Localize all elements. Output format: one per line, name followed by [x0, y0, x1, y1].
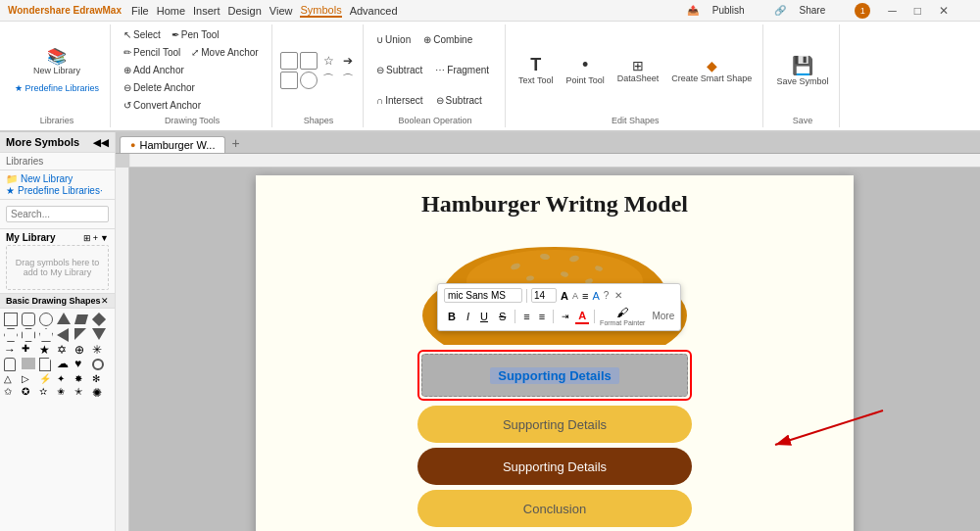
- shape-t5[interactable]: ✸: [74, 373, 90, 384]
- menu-symbols[interactable]: Symbols: [300, 4, 341, 18]
- menu-home[interactable]: Home: [157, 5, 185, 17]
- shape-t1[interactable]: △: [4, 373, 20, 384]
- shape-diamond[interactable]: [92, 313, 106, 326]
- shape-star[interactable]: ☆: [319, 52, 337, 70]
- shape-tri[interactable]: [57, 313, 71, 324]
- minimize-btn[interactable]: ─: [888, 4, 897, 18]
- more-options-btn[interactable]: More: [652, 311, 674, 321]
- shape-s6[interactable]: ✺: [92, 386, 108, 400]
- close-btn[interactable]: ✕: [939, 4, 949, 18]
- user-avatar[interactable]: 1: [855, 3, 870, 19]
- indent-btn[interactable]: ⇥: [559, 311, 572, 322]
- select-btn[interactable]: ↖Select: [119, 26, 166, 43]
- text-align-icon[interactable]: ≡: [582, 290, 588, 302]
- search-input[interactable]: [6, 206, 109, 222]
- shape-s4[interactable]: ✬: [57, 386, 73, 400]
- shape-para[interactable]: [74, 314, 88, 324]
- shape-rect3[interactable]: [280, 72, 298, 89]
- my-library-add-btn[interactable]: +: [93, 233, 98, 243]
- canvas-tab-hamburger[interactable]: ● Hamburger W...: [120, 136, 225, 153]
- union-btn[interactable]: ∪Union: [371, 31, 416, 48]
- share-btn[interactable]: 🔗 Share: [774, 5, 838, 16]
- conclusion-layer[interactable]: Conclusion: [417, 490, 692, 527]
- new-library-sidebar-btn[interactable]: 📁 New Library: [6, 173, 109, 184]
- shape-arc1[interactable]: ⌒: [319, 72, 337, 89]
- text-tool-btn[interactable]: T Text Tool: [514, 52, 558, 88]
- my-library-grid-btn[interactable]: ⊞: [83, 233, 91, 243]
- shape-s5[interactable]: ✭: [74, 386, 90, 400]
- shape-arc2[interactable]: ⌒: [339, 72, 357, 89]
- subtract-btn[interactable]: ⊖Subtract: [371, 62, 427, 78]
- shape-pent[interactable]: [39, 328, 53, 342]
- predefine-sidebar-btn[interactable]: ★ Predefine Libraries·: [6, 185, 109, 196]
- create-smart-shape-btn[interactable]: ◆ Create Smart Shape: [666, 55, 757, 86]
- shape-s3[interactable]: ✫: [39, 386, 55, 400]
- add-anchor-btn[interactable]: ⊕Add Anchor: [119, 62, 189, 78]
- bold-btn[interactable]: B: [444, 309, 460, 324]
- shape-sq[interactable]: [4, 313, 18, 326]
- intersect-btn[interactable]: ∩Intersect: [371, 92, 428, 109]
- shape-star5[interactable]: ★: [39, 344, 55, 356]
- move-anchor-btn[interactable]: ⤢Move Anchor: [186, 44, 263, 61]
- point-tool-btn[interactable]: • Point Tool: [561, 52, 609, 88]
- underline-btn[interactable]: U: [476, 309, 492, 324]
- pencil-tool-btn[interactable]: ✏Pencil Tool: [119, 44, 185, 61]
- text-color-btn2[interactable]: A: [575, 309, 589, 324]
- shape-heart[interactable]: ♥: [74, 358, 90, 371]
- datasheet-btn[interactable]: ⊞ DataSheet: [612, 55, 664, 86]
- shape-burst[interactable]: ✳: [92, 344, 108, 356]
- library-drop-zone[interactable]: Drag symbols here to add to My Library: [6, 245, 109, 290]
- shape-cloud[interactable]: ☁: [57, 358, 73, 371]
- list-ol-btn[interactable]: ≡: [536, 310, 548, 323]
- shape-ring[interactable]: [92, 359, 104, 370]
- subtract2-btn[interactable]: ⊖Subtract: [431, 92, 487, 109]
- shape-circ[interactable]: [39, 313, 53, 326]
- shape-rnd-rect[interactable]: [22, 313, 35, 326]
- shape-s2[interactable]: ✪: [22, 386, 37, 400]
- toolbar-close-btn[interactable]: ✕: [614, 290, 622, 301]
- text-more-btn[interactable]: ?: [604, 290, 610, 301]
- publish-btn[interactable]: 📤 Publish: [687, 5, 757, 16]
- pen-tool-btn[interactable]: ✒Pen Tool: [167, 26, 224, 43]
- menu-advanced[interactable]: Advanced: [350, 5, 398, 17]
- shape-rect[interactable]: [280, 52, 298, 70]
- strikethrough-btn[interactable]: S: [495, 309, 510, 324]
- add-tab-btn[interactable]: +: [225, 133, 245, 153]
- supporting-details-2[interactable]: Supporting Details: [417, 406, 692, 443]
- shape-rect2[interactable]: [300, 52, 318, 70]
- predefine-libraries-btn[interactable]: ★ Predefine Libraries: [10, 80, 104, 96]
- shape-arrow[interactable]: ➔: [339, 52, 357, 70]
- save-symbol-btn[interactable]: 💾 Save Symbol: [771, 52, 833, 89]
- shape-circle[interactable]: [300, 72, 318, 89]
- shape-arrow-r[interactable]: →: [4, 344, 20, 356]
- font-size-down[interactable]: A: [572, 291, 578, 301]
- shape-cross[interactable]: ✚: [22, 344, 37, 356]
- editing-border[interactable]: Supporting Details: [417, 350, 692, 401]
- convert-anchor-btn[interactable]: ↺Convert Anchor: [119, 97, 206, 114]
- menu-view[interactable]: View: [270, 5, 293, 17]
- italic-btn[interactable]: I: [463, 309, 473, 324]
- shape-rt-tri[interactable]: [74, 328, 86, 340]
- font-size-up[interactable]: A: [561, 290, 568, 302]
- shape-t6[interactable]: ✻: [92, 373, 108, 384]
- shape-cube[interactable]: [22, 358, 35, 369]
- maximize-btn[interactable]: □: [914, 4, 921, 18]
- menu-insert[interactable]: Insert: [193, 5, 220, 17]
- menu-design[interactable]: Design: [228, 5, 262, 17]
- shape-t3[interactable]: ⚡: [39, 373, 55, 384]
- delete-anchor-btn[interactable]: ⊖Delete Anchor: [119, 79, 200, 96]
- font-name-input[interactable]: [444, 288, 522, 303]
- my-library-menu-btn[interactable]: ▼: [100, 233, 109, 243]
- menu-file[interactable]: File: [131, 5, 149, 17]
- drawing-canvas[interactable]: Hamburger Writng Model: [256, 175, 854, 531]
- shape-plus[interactable]: ⊕: [74, 344, 90, 356]
- shape-oct[interactable]: [22, 328, 35, 342]
- canvas-scroll[interactable]: Hamburger Writng Model: [129, 168, 980, 531]
- shape-tria2[interactable]: [57, 328, 69, 342]
- shape-hex[interactable]: [4, 328, 18, 342]
- fragment-btn[interactable]: ⋯Fragment: [430, 62, 494, 78]
- shape-star6[interactable]: ✡: [57, 344, 73, 356]
- combine-btn[interactable]: ⊕Combine: [418, 31, 477, 48]
- shape-doc[interactable]: [39, 358, 51, 371]
- shape-s1[interactable]: ✩: [4, 386, 20, 400]
